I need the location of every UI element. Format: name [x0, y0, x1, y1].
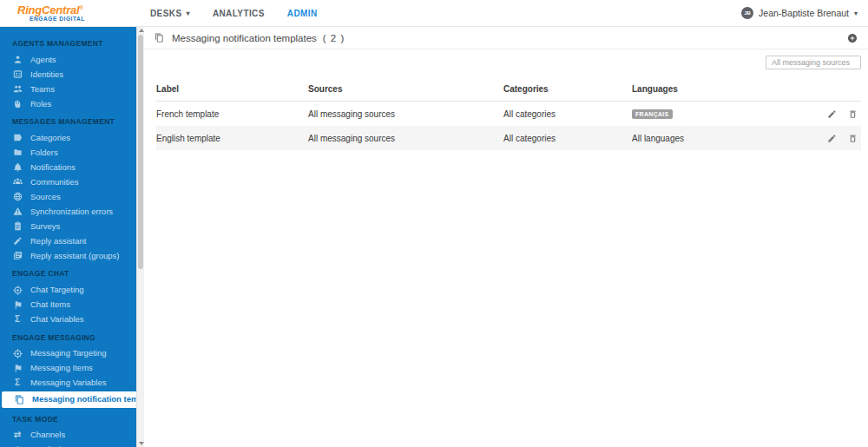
sidebar-item-roles[interactable]: Roles	[0, 96, 136, 111]
sidebar-item-label: Messaging Variables	[30, 378, 106, 387]
cell-sources: All messaging sources	[308, 134, 503, 143]
sidebar-item-messaging-notification-templates[interactable]: Messaging notification templates	[2, 391, 136, 408]
cell-sources: All messaging sources	[308, 109, 503, 119]
sidebar-item-label: Reply assistant	[30, 237, 86, 246]
filter-row	[144, 49, 868, 73]
sidebar-item-messaging-targeting[interactable]: Messaging Targeting	[0, 346, 136, 361]
top-nav: DESKS▾ANALYTICSADMIN	[150, 9, 318, 18]
cell-languages: FRANÇAIS	[632, 108, 816, 119]
sidebar-item-communities[interactable]: Communities	[0, 174, 136, 189]
content-header: Messaging notification templates ( 2 )	[144, 27, 868, 49]
sidebar-item-sources[interactable]: Sources	[0, 189, 136, 204]
sidebar-item-channels[interactable]: ⇄Channels	[0, 428, 136, 443]
sidebar-item-label: Chat Targeting	[30, 286, 84, 294]
sidebar-item-messaging-variables[interactable]: ΣMessaging Variables	[0, 376, 136, 391]
table-row: French templateAll messaging sourcesAll …	[156, 102, 861, 126]
user-menu[interactable]: JB Jean-Baptiste Brenaut ▾	[741, 7, 868, 19]
sidebar-item-label: Identities	[30, 70, 63, 79]
table-row: English templateAll messaging sourcesAll…	[156, 126, 861, 150]
sidebar-item-label: Folders	[30, 148, 58, 157]
nav-label: ADMIN	[287, 9, 318, 18]
sidebar-section-title: ENGAGE MESSAGING	[0, 327, 136, 346]
sidebar-item-messaging-items[interactable]: Messaging Items	[0, 361, 136, 376]
sidebar-item-categories[interactable]: Categories	[0, 130, 136, 145]
sidebar-item-synchronization-errors[interactable]: Synchronization errors	[0, 204, 136, 219]
sidebar-section-title: AGENTS MANAGEMENT	[0, 33, 136, 52]
sidebar-scrollbar[interactable]	[136, 27, 144, 447]
sidebar-item-label: Messaging Items	[30, 364, 93, 372]
sigma-icon: Σ	[12, 378, 23, 388]
sidebar-item-label: Chat Variables	[30, 315, 84, 324]
table-body: French templateAll messaging sourcesAll …	[156, 102, 861, 150]
hand-icon	[12, 99, 23, 109]
sidebar-item-label: Roles	[30, 100, 51, 108]
page-count: ( 2 )	[323, 33, 345, 43]
language-badge: FRANÇAIS	[632, 109, 673, 119]
sidebar-item-chat-targeting[interactable]: Chat Targeting	[0, 283, 136, 298]
nav-desks[interactable]: DESKS▾	[150, 9, 190, 18]
sidebar-item-surveys[interactable]: Surveys	[0, 219, 136, 233]
sidebar-item-label: Messaging notification templates	[32, 395, 136, 404]
sidebar-item-label: Notifications	[30, 163, 76, 172]
scroll-up-arrow[interactable]	[137, 27, 145, 34]
sigma-icon: Σ	[12, 314, 23, 325]
templates-table: LabelSourcesCategoriesLanguages French t…	[156, 78, 861, 150]
add-template-button[interactable]	[847, 33, 858, 43]
scrollbar-thumb[interactable]	[138, 35, 143, 269]
cell-categories: All categories	[503, 134, 632, 143]
target-icon	[12, 348, 23, 358]
sidebar-item-topologies[interactable]: Topologies	[0, 443, 136, 447]
sidebar-item-reply-assistant-groups[interactable]: Reply assistant (groups)	[0, 248, 136, 263]
chevron-down-icon: ▾	[186, 10, 189, 17]
sidebar-item-teams[interactable]: Teams	[0, 82, 136, 96]
flag-icon	[12, 299, 23, 310]
warning-icon	[12, 207, 23, 217]
content-area: Messaging notification templates ( 2 ) L…	[144, 27, 868, 447]
person-icon	[12, 55, 23, 65]
sidebar-section-title: ENGAGE CHAT	[0, 263, 136, 282]
sidebar-item-label: Chat Items	[30, 300, 70, 309]
sidebar-item-notifications[interactable]: Notifications	[0, 160, 136, 174]
sidebar-section-title: MESSAGES MANAGEMENT	[0, 111, 136, 130]
sidebar-item-reply-assistant[interactable]: Reply assistant	[0, 233, 136, 248]
sidebar-item-label: Categories	[30, 134, 70, 142]
library-icon	[12, 251, 23, 261]
source-filter-input[interactable]	[766, 56, 861, 69]
delete-button[interactable]	[848, 134, 858, 143]
folder-icon	[12, 148, 23, 158]
pen-icon	[12, 236, 23, 247]
column-header-categories: Categories	[503, 84, 632, 94]
nav-label: DESKS	[150, 9, 181, 18]
sidebar-item-folders[interactable]: Folders	[0, 145, 136, 160]
edit-button[interactable]	[827, 109, 837, 119]
sidebar-item-label: Communities	[30, 178, 78, 187]
id-card-icon	[12, 69, 23, 80]
cell-categories: All categories	[503, 109, 632, 119]
sidebar-item-chat-items[interactable]: Chat Items	[0, 298, 136, 312]
target-icon	[12, 285, 23, 295]
nav-admin[interactable]: ADMIN	[287, 9, 318, 18]
sidebar-item-label: Reply assistant (groups)	[30, 252, 119, 260]
chevron-down-icon: ▾	[854, 10, 858, 17]
sidebar-item-chat-variables[interactable]: ΣChat Variables	[0, 312, 136, 327]
sidebar-item-label: Sources	[30, 193, 61, 201]
sidebar-item-label: Teams	[30, 85, 55, 94]
tag-icon	[12, 133, 23, 143]
engage-digital-label: ENGAGE DIGITAL	[17, 16, 97, 23]
copy-icon	[14, 394, 24, 404]
scroll-down-arrow[interactable]	[137, 440, 145, 447]
templates-icon	[155, 33, 164, 43]
nav-analytics[interactable]: ANALYTICS	[213, 9, 265, 18]
edit-button[interactable]	[827, 134, 837, 143]
sidebar-item-label: Synchronization errors	[30, 207, 113, 216]
sidebar-item-agents[interactable]: Agents	[0, 52, 136, 67]
delete-button[interactable]	[848, 109, 858, 119]
page-title: Messaging notification templates	[172, 33, 317, 43]
column-header-sources: Sources	[308, 84, 503, 94]
sidebar-item-identities[interactable]: Identities	[0, 67, 136, 82]
top-bar: RingCentral® ENGAGE DIGITAL DESKS▾ANALYT…	[0, 0, 868, 27]
sidebar-item-label: Agents	[30, 56, 56, 64]
globe-icon	[12, 192, 23, 202]
sidebar-section-title: TASK MODE	[0, 409, 136, 428]
cell-actions	[816, 134, 861, 143]
